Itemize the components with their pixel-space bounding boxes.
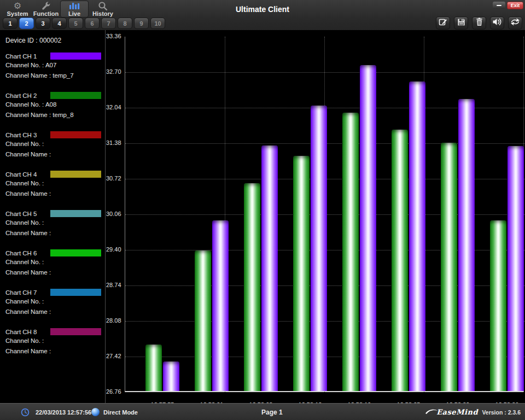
y-axis-tick-label: 31.38 bbox=[106, 139, 124, 146]
bar-green-12:58:12 bbox=[293, 156, 310, 391]
tab-8[interactable]: 8 bbox=[118, 18, 132, 29]
channel-block: Chart CH 4Channel No. :Channel Name : bbox=[5, 170, 102, 199]
tab-1[interactable]: 1 bbox=[3, 18, 18, 29]
channel-name: Channel Name : bbox=[5, 228, 102, 238]
channel-no: Channel No. : bbox=[5, 336, 102, 346]
app-window: ⚙SystemFunctionLiveHistory Ultimate Clie… bbox=[0, 0, 525, 420]
channel-no: Channel No. : bbox=[5, 139, 102, 149]
channel-label: Chart CH 4 bbox=[5, 171, 37, 178]
channel-label: Chart CH 7 bbox=[5, 289, 37, 296]
bar-green-12:57:55 bbox=[145, 345, 162, 391]
title-bar: ⚙SystemFunctionLiveHistory Ultimate Clie… bbox=[0, 0, 525, 30]
clock-icon bbox=[21, 404, 30, 420]
brand-logo: EaseMind bbox=[425, 404, 478, 420]
bar-purple-12:58:25 bbox=[409, 81, 425, 391]
speaker-button[interactable] bbox=[490, 16, 504, 30]
channel-label: Chart CH 2 bbox=[5, 92, 37, 99]
edit-button[interactable] bbox=[436, 16, 450, 30]
channel-color-swatch bbox=[50, 289, 101, 296]
channel-label: Chart CH 1 bbox=[5, 53, 37, 60]
y-axis-tick-label: 26.76 bbox=[106, 388, 124, 395]
channel-color-swatch bbox=[50, 249, 101, 256]
bar-green-12:58:25 bbox=[392, 130, 408, 391]
tab-9[interactable]: 9 bbox=[134, 18, 149, 29]
h-gridline bbox=[125, 72, 524, 73]
y-axis-tick-label: 33.36 bbox=[106, 33, 124, 39]
y-axis-tick-label: 29.40 bbox=[106, 246, 124, 253]
sync-icon bbox=[510, 18, 521, 28]
status-datetime: 22/03/2013 12:57:56 bbox=[36, 404, 91, 420]
bar-purple-12:58:08 bbox=[261, 145, 278, 391]
channel-name: Channel Name : bbox=[5, 267, 102, 278]
version-label: Version : 2.3.6 bbox=[482, 404, 521, 420]
bar-purple-12:58:36 bbox=[508, 146, 524, 391]
channel-name: Channel Name : temp_8 bbox=[5, 110, 102, 120]
channel-block: Chart CH 3Channel No. :Channel Name : bbox=[5, 131, 102, 160]
speaker-icon bbox=[492, 18, 502, 28]
tab-5[interactable]: 5 bbox=[68, 18, 83, 29]
bar-purple-12:58:12 bbox=[311, 106, 327, 391]
channel-color-swatch bbox=[50, 131, 101, 138]
channel-label: Chart CH 6 bbox=[5, 250, 37, 256]
channel-block: Chart CH 7Channel No. :Channel Name : bbox=[5, 288, 102, 317]
channel-color-swatch bbox=[50, 92, 101, 99]
channel-name: Channel Name : bbox=[5, 346, 102, 357]
y-axis-tick-label: 28.08 bbox=[106, 317, 124, 324]
channel-no: Channel No. : A07 bbox=[5, 60, 102, 71]
mode-indicator-icon bbox=[91, 404, 100, 420]
channel-block: Chart CH 6Channel No. :Channel Name : bbox=[5, 249, 102, 278]
channel-name: Channel Name : bbox=[5, 149, 102, 160]
channel-label: Chart CH 8 bbox=[5, 329, 37, 335]
channel-color-swatch bbox=[50, 328, 101, 335]
y-axis-tick-label: 32.04 bbox=[106, 104, 124, 110]
channel-block: Chart CH 8Channel No. :Channel Name : bbox=[5, 328, 102, 357]
status-mode: Direct Mode bbox=[103, 404, 138, 420]
channel-block: Chart CH 2Channel No. : A08Channel Name … bbox=[5, 91, 102, 120]
bar-green-12:58:19 bbox=[342, 113, 359, 391]
tab-2[interactable]: 2 bbox=[19, 18, 34, 29]
channel-sidebar: Device ID : 000002 Chart CH 1Channel No.… bbox=[0, 30, 106, 403]
trash-button[interactable] bbox=[472, 16, 486, 30]
channel-list: Chart CH 1Channel No. : A07Channel Name … bbox=[5, 52, 102, 357]
y-axis-tick-label: 32.70 bbox=[106, 68, 124, 75]
channel-name: Channel Name : bbox=[5, 189, 102, 199]
page-indicator: Page 1 bbox=[261, 404, 283, 420]
exit-button[interactable]: Exit bbox=[507, 2, 523, 9]
channel-name: Channel Name : temp_7 bbox=[5, 71, 102, 81]
bar-purple-12:58:32 bbox=[458, 99, 475, 391]
channel-no: Channel No. : bbox=[5, 178, 102, 189]
sync-button[interactable] bbox=[508, 16, 522, 30]
y-axis-tick-label: 30.72 bbox=[106, 175, 124, 182]
window-controls: Exit bbox=[493, 2, 523, 9]
channel-no: Channel No. : A08 bbox=[5, 100, 102, 110]
content-area: Device ID : 000002 Chart CH 1Channel No.… bbox=[0, 30, 525, 403]
channel-no: Channel No. : bbox=[5, 257, 102, 267]
trash-icon bbox=[475, 18, 483, 28]
bar-green-12:58:08 bbox=[244, 183, 260, 391]
bar-green-12:58:36 bbox=[490, 220, 506, 391]
tab-6[interactable]: 6 bbox=[85, 18, 100, 29]
minimize-icon bbox=[497, 5, 501, 6]
tab-4[interactable]: 4 bbox=[52, 18, 67, 29]
channel-color-swatch bbox=[50, 171, 101, 178]
page-tabs: 12345678910 bbox=[3, 18, 165, 29]
channel-label: Chart CH 5 bbox=[5, 211, 37, 217]
window-title: Ultimate Client bbox=[0, 5, 525, 14]
channel-color-swatch bbox=[50, 210, 101, 217]
channel-name: Channel Name : bbox=[5, 307, 102, 317]
tab-3[interactable]: 3 bbox=[36, 18, 50, 29]
edit-icon bbox=[439, 18, 447, 28]
bar-purple-12:57:55 bbox=[163, 361, 179, 391]
minimize-button[interactable] bbox=[493, 2, 505, 9]
tab-7[interactable]: 7 bbox=[101, 18, 116, 29]
bar-green-12:58:01 bbox=[195, 250, 211, 391]
tab-10[interactable]: 10 bbox=[150, 18, 165, 29]
device-id-label: Device ID : 000002 bbox=[5, 37, 102, 44]
bar-purple-12:58:01 bbox=[212, 220, 229, 391]
save-button[interactable] bbox=[454, 16, 468, 30]
y-axis-tick-label: 30.06 bbox=[106, 211, 124, 217]
y-axis-tick-label: 28.74 bbox=[106, 282, 124, 288]
status-bar: 22/03/2013 12:57:56 Direct Mode Page 1 E… bbox=[0, 403, 525, 420]
chart-plot: 12:57:5512:58:0112:58:0812:58:1212:58:19… bbox=[125, 37, 524, 392]
chart-panel: 12:57:5512:58:0112:58:0812:58:1212:58:19… bbox=[106, 30, 525, 403]
